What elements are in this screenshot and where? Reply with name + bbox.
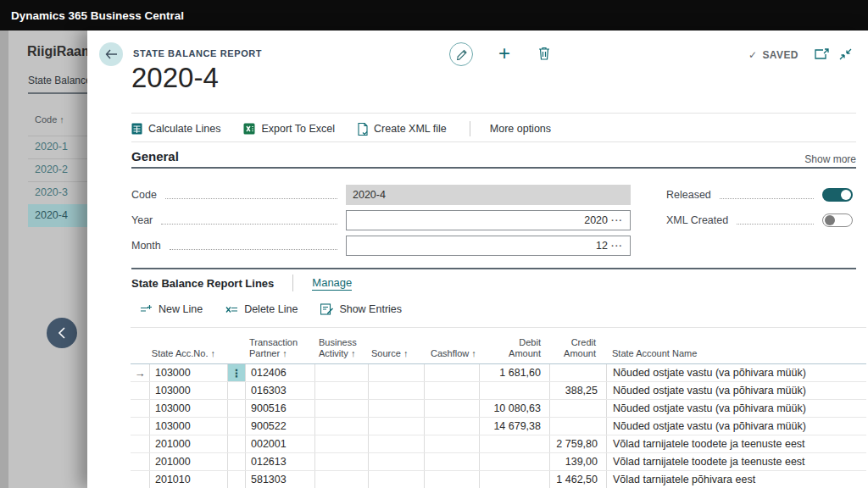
row-selector-cell[interactable] <box>131 400 149 417</box>
cell-source[interactable] <box>368 435 424 452</box>
cell-credit[interactable] <box>549 418 606 435</box>
sidebar-tab-state-balance[interactable]: State Balance <box>28 75 87 86</box>
cell-partner[interactable]: 002001 <box>245 435 314 452</box>
table-row[interactable]: 103000 016303 388,25 Nõuded ostjate vast… <box>131 382 866 400</box>
sidebar-item-2020-2[interactable]: 2020-2 <box>28 158 87 181</box>
row-selector-cell[interactable] <box>131 382 149 399</box>
released-toggle[interactable] <box>822 188 853 202</box>
cell-credit[interactable] <box>549 400 606 417</box>
cell-credit[interactable] <box>549 364 606 381</box>
cell-account-name[interactable]: Võlad tarnijatele põhivara eest <box>606 471 866 488</box>
export-to-excel-button[interactable]: Export To Excel <box>243 123 335 135</box>
year-field[interactable]: 2020 ··· <box>346 210 631 230</box>
row-selector-cell[interactable] <box>131 418 149 435</box>
cell-debit[interactable]: 10 080,63 <box>479 400 549 417</box>
row-menu-cell[interactable] <box>227 453 245 470</box>
month-field[interactable]: 12 ··· <box>346 236 631 256</box>
cell-debit[interactable] <box>479 471 549 488</box>
cell-partner[interactable]: 012613 <box>245 453 314 470</box>
sidebar-column-code[interactable]: Code ↑ <box>35 114 64 125</box>
cell-state-acc[interactable]: 201000 <box>149 435 227 452</box>
cell-cashflow[interactable] <box>424 364 479 381</box>
manage-menu[interactable]: Manage <box>312 276 352 291</box>
table-row[interactable]: 201000 012613 139,00 Võlad tarnijatele t… <box>131 453 866 471</box>
table-row[interactable]: → 103000 ⋮ 012406 1 681,60 Nõuded ostjat… <box>131 364 866 382</box>
calculate-lines-button[interactable]: Calculate Lines <box>131 123 220 135</box>
collapse-pane-button[interactable] <box>47 318 77 348</box>
cell-state-acc[interactable]: 103000 <box>149 364 227 381</box>
cell-debit[interactable] <box>479 453 549 470</box>
delete-line-button[interactable]: Delete Line <box>225 303 298 315</box>
sidebar-item-2020-3[interactable]: 2020-3 <box>28 181 87 204</box>
row-menu-cell[interactable] <box>227 418 245 435</box>
cell-source[interactable] <box>368 453 424 470</box>
xml-created-toggle[interactable] <box>822 214 853 227</box>
cell-debit[interactable] <box>479 435 549 452</box>
cell-partner[interactable]: 012406 <box>245 364 314 381</box>
delete-button[interactable] <box>538 47 550 60</box>
column-business-activity[interactable]: Business Activity ↑ <box>314 328 368 363</box>
cell-account-name[interactable]: Nõuded ostjate vastu (va põhivara müük) <box>606 382 866 399</box>
cell-account-name[interactable]: Nõuded ostjate vastu (va põhivara müük) <box>606 364 866 381</box>
cell-business-activity[interactable] <box>314 435 368 452</box>
row-menu-cell[interactable] <box>227 435 245 452</box>
row-menu-cell[interactable]: ⋮ <box>227 364 245 381</box>
cell-cashflow[interactable] <box>424 435 479 452</box>
cell-cashflow[interactable] <box>424 453 479 470</box>
general-section-heading[interactable]: General <box>131 149 179 164</box>
sidebar-item-2020-4[interactable]: 2020-4 <box>28 204 87 227</box>
cell-account-name[interactable]: Võlad tarnijatele toodete ja teenuste ee… <box>606 453 866 470</box>
more-options-button[interactable]: More options <box>490 123 551 135</box>
cell-partner[interactable]: 900522 <box>245 418 314 435</box>
cell-cashflow[interactable] <box>424 418 479 435</box>
cell-state-acc[interactable]: 103000 <box>149 382 227 399</box>
column-transaction-partner[interactable]: Transaction Partner ↑ <box>245 328 314 363</box>
cell-business-activity[interactable] <box>314 471 368 488</box>
cell-debit[interactable]: 14 679,38 <box>479 418 549 435</box>
row-menu-cell[interactable] <box>227 400 245 417</box>
column-credit-amount[interactable]: Credit Amount <box>549 328 606 363</box>
cell-source[interactable] <box>368 418 424 435</box>
cell-account-name[interactable]: Nõuded ostjate vastu (va põhivara müük) <box>606 418 866 435</box>
cell-source[interactable] <box>368 364 424 381</box>
assist-edit-icon[interactable]: ··· <box>608 241 626 251</box>
cell-partner[interactable]: 581303 <box>245 471 314 488</box>
column-debit-amount[interactable]: Debit Amount <box>479 328 549 363</box>
cell-credit[interactable]: 139,00 <box>549 453 606 470</box>
cell-credit[interactable]: 1 462,50 <box>549 471 606 488</box>
cell-debit[interactable]: 1 681,60 <box>479 364 549 381</box>
cell-account-name[interactable]: Nõuded ostjate vastu (va põhivara müük) <box>606 400 866 417</box>
table-row[interactable]: 103000 900522 14 679,38 Nõuded ostjate v… <box>131 418 866 435</box>
cell-cashflow[interactable] <box>424 471 479 488</box>
cell-source[interactable] <box>368 400 424 417</box>
cell-business-activity[interactable] <box>314 400 368 417</box>
cell-business-activity[interactable] <box>314 364 368 381</box>
column-state-account-name[interactable]: State Account Name <box>606 328 866 363</box>
cell-state-acc[interactable]: 201000 <box>149 453 227 470</box>
cell-source[interactable] <box>368 471 424 488</box>
row-menu-cell[interactable] <box>227 471 245 488</box>
back-button[interactable] <box>99 42 123 66</box>
cell-state-acc[interactable]: 103000 <box>149 418 227 435</box>
column-state-acc-no[interactable]: State Acc.No. ↑ <box>149 328 227 363</box>
cell-account-name[interactable]: Võlad tarnijatele toodete ja teenuste ee… <box>606 435 866 452</box>
cell-partner[interactable]: 900516 <box>245 400 314 417</box>
edit-button[interactable] <box>449 42 473 66</box>
open-in-new-window-button[interactable] <box>815 48 829 60</box>
row-selector-cell[interactable] <box>131 471 149 488</box>
table-row[interactable]: 201000 002001 2 759,80 Võlad tarnijatele… <box>131 435 866 453</box>
cell-cashflow[interactable] <box>424 400 479 417</box>
new-line-button[interactable]: New Line <box>140 303 203 315</box>
collapse-view-button[interactable] <box>839 48 852 60</box>
cell-state-acc[interactable]: 201010 <box>149 471 227 488</box>
cell-debit[interactable] <box>479 382 549 399</box>
row-selector-cell[interactable] <box>131 435 149 452</box>
row-menu-cell[interactable] <box>227 382 245 399</box>
show-more-link[interactable]: Show more <box>804 153 856 165</box>
month-value[interactable]: 12 <box>353 240 608 252</box>
cell-business-activity[interactable] <box>314 382 368 399</box>
column-cashflow[interactable]: Cashflow ↑ <box>424 328 479 363</box>
year-value[interactable]: 2020 <box>353 214 608 226</box>
sidebar-item-2020-1[interactable]: 2020-1 <box>28 136 87 158</box>
column-source[interactable]: Source ↑ <box>368 328 424 363</box>
